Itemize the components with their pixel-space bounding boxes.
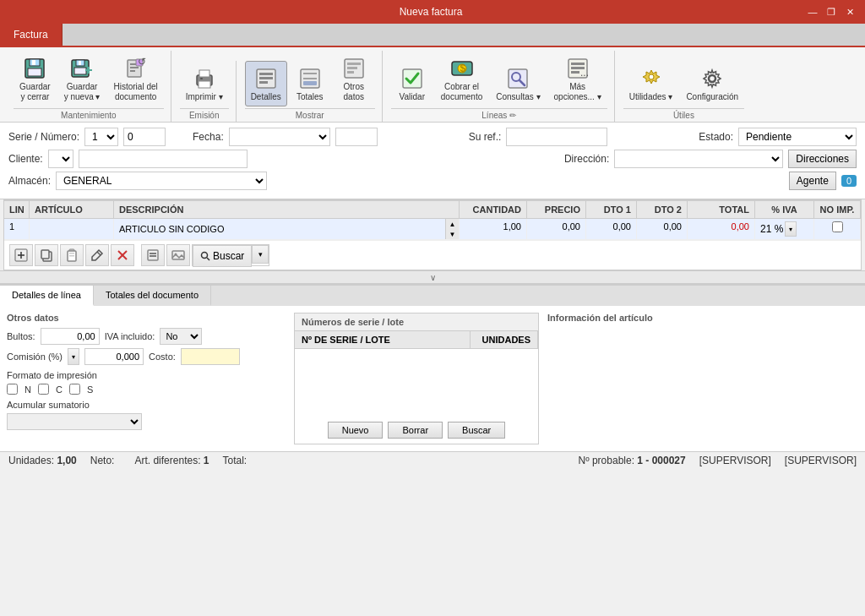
format-button[interactable] (141, 244, 165, 266)
detalles-button[interactable]: Detalles (245, 61, 287, 106)
image-button[interactable] (166, 244, 190, 266)
validar-icon (399, 65, 426, 92)
configuracion-button[interactable]: Configuración (680, 61, 744, 106)
noimp-checkbox[interactable] (832, 221, 843, 232)
lote-buscar-button[interactable]: Buscar (448, 422, 505, 439)
descripcion-input[interactable] (119, 224, 454, 234)
svg-point-63 (202, 253, 208, 259)
lote-nuevo-button[interactable]: Nuevo (328, 422, 384, 439)
save-close-icon (21, 55, 48, 82)
fecha-label: Fecha: (193, 131, 224, 143)
imprimir-button[interactable]: Imprimir ▾ (180, 61, 229, 106)
cell-total[interactable]: 0,00 (688, 219, 755, 239)
mas-opciones-button[interactable]: ... Másopciones... ▾ (548, 51, 607, 106)
neto-label: Neto: (90, 455, 115, 466)
bottom-tabs: Detalles de línea Totales del documento (0, 286, 865, 306)
lote-title: Números de serie / lote (295, 313, 538, 331)
comision-dropdown[interactable]: ▾ (68, 348, 79, 365)
scroll-up-button[interactable]: ▲ (446, 219, 459, 229)
articulo-input[interactable] (35, 221, 108, 232)
scroll-buttons: ▲ ▼ (445, 219, 459, 239)
minimize-button[interactable]: — (804, 3, 821, 20)
iva-dropdown[interactable]: ▾ (785, 221, 797, 237)
su-ref-input[interactable] (506, 128, 607, 146)
bultos-input[interactable] (41, 328, 100, 345)
serie-select[interactable]: 1 (84, 128, 118, 146)
cell-dto1[interactable]: 0,00 (586, 219, 637, 239)
paste-button[interactable] (60, 244, 84, 266)
svg-rect-29 (347, 63, 361, 65)
guardar-nueva-button[interactable]: Guardary nueva ▾ (58, 51, 106, 106)
numero-input[interactable]: 0 (123, 128, 166, 146)
tab-detalles-linea[interactable]: Detalles de línea (0, 286, 94, 306)
window-controls: — ❐ ✕ (804, 3, 858, 20)
restore-button[interactable]: ❐ (823, 3, 840, 20)
almacen-select[interactable]: GENERAL (56, 172, 267, 190)
status-total: Total: (223, 455, 248, 466)
fecha-select[interactable] (229, 128, 330, 146)
copy-row-button[interactable] (35, 244, 58, 266)
costo-input[interactable] (181, 348, 240, 365)
agente-button[interactable]: Agente (789, 172, 836, 190)
ribbon-group-lineas: Validar $ Cobrar eldocumento Consultas ▾ (384, 51, 615, 122)
svg-rect-22 (259, 77, 273, 79)
comision-row: Comisión (%) ▾ Costo: (7, 348, 286, 365)
direcciones-button[interactable]: Direcciones (788, 150, 857, 168)
acumular-select[interactable] (7, 413, 142, 430)
scroll-down-button[interactable]: ▼ (446, 229, 459, 239)
consultas-button[interactable]: Consultas ▾ (490, 61, 546, 106)
iva-incluido-label: IVA incluido: (105, 331, 155, 341)
check-c[interactable] (38, 384, 49, 395)
mostrar-label: Mostrar (245, 108, 375, 120)
cell-dto2[interactable]: 0,00 (637, 219, 688, 239)
check-s[interactable] (69, 384, 80, 395)
validar-button[interactable]: Validar (391, 61, 433, 106)
otros-datos-button[interactable]: Otrosdatos (333, 51, 375, 106)
edit-button[interactable] (85, 244, 109, 266)
hora-input[interactable]: 12:06 (335, 128, 378, 146)
utilidades-button[interactable]: Utilidades ▾ (623, 61, 679, 106)
totales-icon (296, 65, 324, 92)
buscar-dropdown[interactable]: ▾ (252, 245, 269, 264)
costo-label: Costo: (149, 352, 176, 362)
cliente-input[interactable] (79, 150, 248, 168)
grid-wrapper: LIN ARTÍCULO DESCRIPCIÓN CANTIDAD PRECIO… (3, 199, 862, 270)
check-n[interactable] (7, 384, 18, 395)
status-bar: Unidades: 1,00 Neto: Art. diferentes: 1 … (0, 451, 865, 469)
new-row-button[interactable] (9, 244, 33, 266)
historial-button[interactable]: ↺ Historial deldocumento (108, 51, 164, 106)
direccion-label: Dirección: (564, 153, 609, 165)
cell-cant[interactable]: 1,00 (460, 219, 527, 239)
save-new-icon (68, 55, 95, 82)
col-header-lin: LIN (4, 201, 30, 218)
cell-precio[interactable]: 0,00 (527, 219, 586, 239)
supervisor2: [SUPERVISOR] (785, 455, 857, 466)
otros-datos-title: Otros datos (7, 313, 286, 323)
acumular-section: Acumular sumatorio (7, 400, 286, 430)
svg-line-64 (207, 258, 209, 260)
guardar-cerrar-button[interactable]: Guardary cerrar (14, 51, 57, 106)
tab-factura[interactable]: Factura (0, 24, 63, 46)
totales-button[interactable]: Totales (289, 61, 331, 106)
cell-noimp (814, 219, 861, 239)
cliente-select[interactable] (48, 150, 73, 168)
ribbon-group-mantenimiento: Guardary cerrar Guardary nueva ▾ ↺ Histo… (7, 51, 171, 122)
direccion-select[interactable] (614, 150, 783, 168)
estado-select[interactable]: Pendiente (738, 128, 857, 146)
detalles-label: Detalles (251, 92, 281, 102)
almacen-label: Almacén: (8, 175, 51, 187)
cobrar-button[interactable]: $ Cobrar eldocumento (435, 51, 488, 106)
buscar-button[interactable]: Buscar (193, 245, 252, 267)
acumular-label: Acumular sumatorio (7, 400, 286, 410)
comision-input[interactable] (84, 348, 144, 365)
delete-button[interactable] (111, 244, 134, 266)
col-header-noimp: NO IMP. (814, 201, 861, 218)
mantenimiento-label: Mantenimiento (14, 108, 164, 120)
close-button[interactable]: ✕ (841, 3, 858, 20)
lote-col1: Nº DE SERIE / LOTE (295, 331, 471, 348)
col-header-dto2: DTO 2 (637, 201, 688, 218)
tab-totales-doc[interactable]: Totales del documento (94, 286, 211, 306)
svg-rect-3 (32, 60, 35, 65)
iva-incluido-select[interactable]: No Sí (160, 328, 202, 345)
lote-borrar-button[interactable]: Borrar (388, 422, 443, 439)
